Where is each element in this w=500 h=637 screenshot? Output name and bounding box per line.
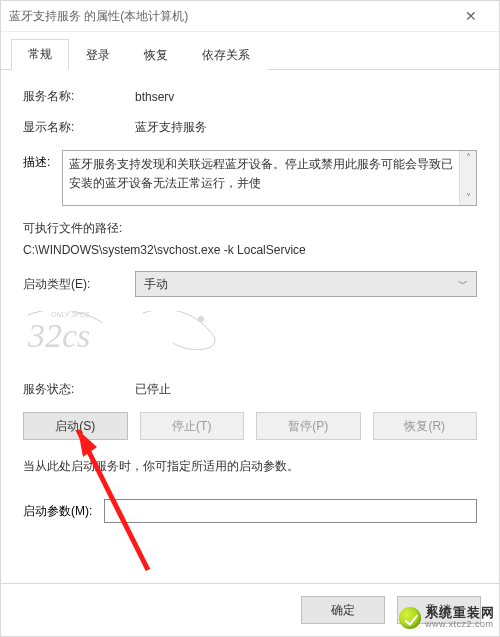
tab-dependencies[interactable]: 依存关系 [185, 40, 267, 70]
tab-content-general: 服务名称: bthserv 显示名称: 蓝牙支持服务 描述: 蓝牙服务支持发现和… [1, 70, 499, 583]
startup-type-row: 启动类型(E): 手动 ﹀ [23, 271, 477, 297]
display-name-row: 显示名称: 蓝牙支持服务 [23, 119, 477, 136]
start-button[interactable]: 启动(S) [23, 412, 128, 440]
service-name-row: 服务名称: bthserv [23, 88, 477, 105]
button-label: 恢复(R) [404, 418, 445, 435]
pause-button: 暂停(P) [256, 412, 361, 440]
chevron-down-icon: ﹀ [458, 277, 468, 291]
window-title: 蓝牙支持服务 的属性(本地计算机) [9, 8, 188, 25]
start-params-input[interactable] [104, 499, 477, 523]
tab-label: 恢复 [144, 48, 168, 62]
tab-label: 登录 [86, 48, 110, 62]
startup-type-label: 启动类型(E): [23, 276, 123, 293]
button-label: 启动(S) [55, 418, 95, 435]
tab-label: 依存关系 [202, 48, 250, 62]
description-label: 描述: [23, 150, 50, 171]
svg-point-1 [198, 316, 204, 322]
scroll-down-icon: ˅ [466, 191, 471, 205]
button-label: 确定 [331, 602, 355, 619]
button-label: 暂停(P) [288, 418, 328, 435]
startup-type-value: 手动 [144, 276, 168, 293]
service-control-buttons: 启动(S) 停止(T) 暂停(P) 恢复(R) [23, 412, 477, 440]
dialog-footer: 确定 取消 [1, 583, 499, 636]
resume-button: 恢复(R) [373, 412, 478, 440]
tab-label: 常规 [28, 47, 52, 61]
start-params-label: 启动参数(M): [23, 503, 92, 520]
exe-path-label: 可执行文件的路径: [23, 220, 477, 237]
start-params-hint: 当从此处启动服务时，你可指定所适用的启动参数。 [23, 458, 477, 475]
service-name-value: bthserv [135, 90, 174, 104]
tab-recovery[interactable]: 恢复 [127, 40, 185, 70]
status-label: 服务状态: [23, 381, 123, 398]
service-name-label: 服务名称: [23, 88, 123, 105]
exe-path-block: 可执行文件的路径: C:\WINDOWS\system32\svchost.ex… [23, 220, 477, 257]
scroll-up-icon: ˄ [466, 151, 471, 165]
status-value: 已停止 [135, 381, 171, 398]
tab-logon[interactable]: 登录 [69, 40, 127, 70]
button-label: 停止(T) [172, 418, 211, 435]
start-params-row: 启动参数(M): [23, 499, 477, 523]
startup-type-combobox[interactable]: 手动 ﹀ [135, 271, 477, 297]
decorative-watermark: 32cs ONLY 3PCS [23, 311, 477, 367]
svg-text:32cs: 32cs [27, 317, 90, 354]
tab-general[interactable]: 常规 [11, 39, 69, 70]
description-textbox[interactable]: 蓝牙服务支持发现和关联远程蓝牙设备。停止或禁用此服务可能会导致已安装的蓝牙设备无… [62, 150, 477, 206]
close-icon: ✕ [465, 8, 477, 24]
tab-strip: 常规 登录 恢复 依存关系 [1, 32, 499, 70]
cancel-button[interactable]: 取消 [397, 596, 481, 624]
properties-dialog: 蓝牙支持服务 的属性(本地计算机) ✕ 常规 登录 恢复 依存关系 服务名称: … [0, 0, 500, 637]
close-button[interactable]: ✕ [451, 1, 491, 31]
ok-button[interactable]: 确定 [301, 596, 385, 624]
description-row: 描述: 蓝牙服务支持发现和关联远程蓝牙设备。停止或禁用此服务可能会导致已安装的蓝… [23, 150, 477, 206]
button-label: 取消 [427, 602, 451, 619]
display-name-value: 蓝牙支持服务 [135, 119, 207, 136]
exe-path-value: C:\WINDOWS\system32\svchost.exe -k Local… [23, 243, 477, 257]
svg-text:ONLY 3PCS: ONLY 3PCS [51, 311, 90, 318]
stop-button: 停止(T) [140, 412, 245, 440]
title-bar: 蓝牙支持服务 的属性(本地计算机) ✕ [1, 1, 499, 32]
description-scrollbar[interactable]: ˄ ˅ [459, 151, 476, 205]
description-text: 蓝牙服务支持发现和关联远程蓝牙设备。停止或禁用此服务可能会导致已安装的蓝牙设备无… [69, 157, 453, 190]
status-row: 服务状态: 已停止 [23, 381, 477, 398]
display-name-label: 显示名称: [23, 119, 123, 136]
